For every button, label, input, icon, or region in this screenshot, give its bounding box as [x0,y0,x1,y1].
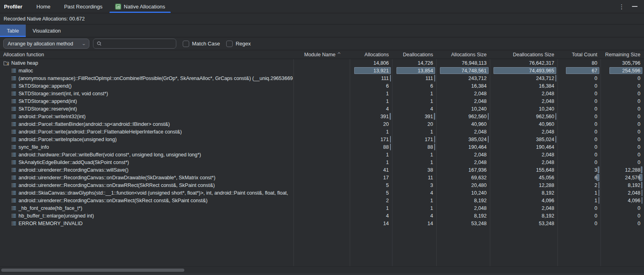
column-header-allocations[interactable]: Allocations [350,50,392,59]
table-row[interactable]: ERROR MEMORY_INVALID141453,24853,24800 [0,220,644,227]
table-row[interactable]: android::Parcel::writeInplace(unsigned l… [0,135,644,143]
arrange-by-dropdown-value: Arrange by allocation method [8,41,73,47]
column-header-remaining-size[interactable]: Remaining Size [601,50,644,59]
cell-allocations: 20 [350,120,392,128]
nav-home[interactable]: Home [30,0,58,13]
percentage-bar [488,136,489,143]
column-header-allocations-size[interactable]: Allocations Size [437,50,490,59]
cell-value: 0 [638,152,640,158]
module-name-cell [294,158,350,166]
cell-allocations: 1 [350,158,392,166]
table-row[interactable]: SkTDStorage::reserve(int)4410,24010,2400… [0,105,644,113]
table-row[interactable]: android::uirenderer::RecordingCanvas::on… [0,197,644,204]
column-header-label: Deallocations [403,52,433,57]
cell-value: 0 [594,160,597,165]
cell-deallocations: 4 [392,189,437,197]
column-header-module-name[interactable]: Module Name^ [294,50,350,59]
cell-value: 254,596 [622,68,640,74]
cell-allocations-size: 69,632 [437,174,490,181]
horizontal-scrollbar-thumb[interactable] [1,269,184,272]
table-row[interactable]: android::hardware::Parcel::writeBuffer(v… [0,151,644,158]
cell-deallocations-size: 190,464 [490,143,558,151]
table-row[interactable]: sync_file_info8888190,464190,46400 [0,143,644,151]
table-row[interactable]: android::SkiaCanvas::drawGlyphs(std::__1… [0,189,644,197]
cell-allocations: 1 [350,97,392,105]
cell-value: 88 [383,144,389,150]
table-row[interactable]: android::uirenderer::RecordingCanvas::on… [0,174,644,181]
table-row[interactable]: (anonymous namespace)::FillRectOpImpl::o… [0,74,644,82]
regex-checkbox[interactable] [226,41,233,47]
table-row[interactable]: android::Parcel::write(android::Parcel::… [0,128,644,135]
allocation-function-name: android::SkiaCanvas::drawGlyphs(std::__1… [19,190,288,196]
table-row[interactable]: SkTDStorage::append(int)112,0482,04800 [0,97,644,105]
cell-allocations: 14 [350,220,392,227]
table-row[interactable]: Native heap14,80614,72676,948,11376,642,… [0,59,644,67]
allocation-function-name: android::hardware::Parcel::writeBuffer(v… [19,152,201,158]
cell-total-count: 0 [558,158,601,166]
cell-remaining-size: 2,048 [601,189,644,197]
search-field[interactable] [93,39,176,49]
cell-value: 2,048 [474,152,487,158]
match-case-checkbox[interactable] [183,41,189,47]
tab-native-allocations[interactable]: Native Allocations [109,0,171,13]
cell-allocations: 17 [350,174,392,181]
cell-deallocations-size: 2,048 [490,151,558,158]
cell-value: 962,560 [469,114,487,119]
cell-value: 962,560 [536,114,554,119]
cell-value: 1 [430,91,433,96]
tab-native-allocations-label: Native Allocations [124,4,165,10]
minimize-icon[interactable] [632,6,638,7]
allocation-function-name: android::uirenderer::RecordingCanvas::on… [19,175,215,181]
cell-value: 385,024 [536,137,554,142]
cell-allocations: 13,921 [350,67,392,74]
allocation-method-icon [11,99,17,104]
table-row[interactable]: SkTDStorage::insert(int, int, void const… [0,90,644,97]
cell-allocations-size: 74,748,561 [437,67,490,74]
table-row[interactable]: android::Parcel::writeInt32(int)39139196… [0,113,644,120]
table-row[interactable]: android::Parcel::flattenBinder(android::… [0,120,644,128]
tab-visualization[interactable]: Visualization [26,25,68,37]
allocation-method-icon [11,213,17,218]
cell-value: 4,096 [542,198,554,203]
table-row[interactable]: android::uirenderer::RecordingCanvas::on… [0,181,644,189]
table-row[interactable]: _hb_font_create(hb_face_t*)112,0482,0480… [0,204,644,212]
session-chart-icon [115,4,121,10]
horizontal-scrollbar[interactable] [0,266,644,273]
table-row[interactable]: hb_buffer_t::enlarge(unsigned int)448,19… [0,212,644,220]
module-name-cell [294,189,350,197]
table-row[interactable]: malloc13,92113,85474,748,56174,493,96567… [0,67,644,74]
column-header-function[interactable]: Allocation function [0,50,294,59]
allocation-method-icon [11,167,17,172]
cell-allocations: 5 [350,181,392,189]
column-header-total-count[interactable]: Total Count [558,50,601,59]
cell-total-count: 0 [558,113,601,120]
cell-value: 0 [638,160,640,165]
allocation-method-icon [11,205,17,211]
column-header-deallocations[interactable]: Deallocations [392,50,437,59]
allocation-function-name: android::Parcel::writeInplace(unsigned l… [19,137,117,142]
nav-past-recordings[interactable]: Past Recordings [57,0,109,13]
cell-value: 38 [427,167,433,173]
cell-value: 2,048 [542,91,554,96]
cell-remaining-size: 0 [601,120,644,128]
cell-value: 0 [594,83,597,89]
cell-value: 1 [594,190,597,196]
cell-value: 10,240 [471,190,487,196]
table-row[interactable]: SkTDStorage::append()6616,38416,38400 [0,82,644,90]
search-input[interactable] [102,41,159,47]
more-options-icon[interactable]: ⋮ [619,4,625,10]
cell-value: 1 [430,152,433,158]
allocation-function-name: SkTDStorage::append() [19,83,72,89]
table-row[interactable]: android::uirenderer::RecordingCanvas::wi… [0,166,644,174]
cell-allocations-size: 53,248 [437,220,490,227]
table-row[interactable]: SkAnalyticEdgeBuilder::addQuad(SkPoint c… [0,158,644,166]
arrange-by-dropdown[interactable]: Arrange by allocation method ⌄ [3,39,89,49]
percentage-bar [434,113,435,120]
cell-deallocations-size: 16,384 [490,82,558,90]
cell-value: 6 [430,83,433,89]
cell-value: 1 [386,99,389,104]
tab-table[interactable]: Table [0,25,26,37]
column-header-deallocations-size[interactable]: Deallocations Size [490,50,558,59]
cell-value: 0 [638,213,640,219]
percentage-bar [641,182,642,189]
